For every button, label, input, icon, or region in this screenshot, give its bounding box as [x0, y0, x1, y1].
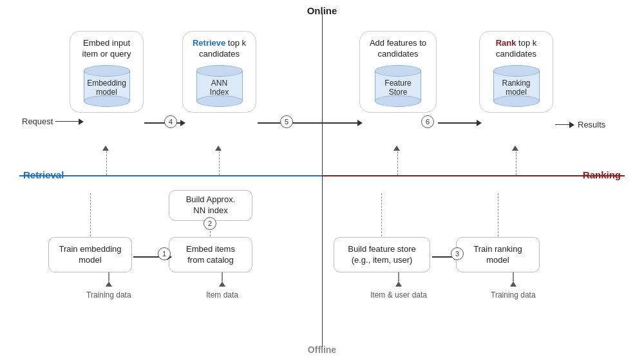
box-features-label: Add features tocandidates — [370, 38, 426, 60]
data-label-training-1: Training data — [86, 272, 131, 299]
dashed-build-feature — [381, 193, 383, 236]
box-train-embedding-label: Train embeddingmodel — [59, 244, 121, 266]
dashed-ranking-model — [516, 148, 517, 175]
box-build-feature-store-label: Build feature store(e.g., item, user) — [348, 244, 416, 266]
horizontal-axis — [19, 175, 625, 176]
keyword-rank: Rank — [496, 38, 516, 48]
label-training-data-2: Training data — [491, 290, 536, 299]
dashed-ann — [219, 148, 220, 175]
label-item-data: Item data — [206, 290, 238, 299]
box-retrieve-label: Retrieve top kcandidates — [193, 38, 246, 60]
box-embed-input-label: Embed inputitem or query — [82, 38, 131, 60]
keyword-retrieve: Retrieve — [193, 38, 225, 48]
box-rank: Rank top kcandidates Rankingmodel — [479, 31, 553, 113]
box-build-feature-store: Build feature store(e.g., item, user) — [334, 237, 430, 272]
step-4: 4 — [164, 115, 177, 128]
box-embed-input: Embed inputitem or query Embeddingmodel — [70, 31, 144, 113]
label-retrieval: Retrieval — [23, 169, 64, 180]
box-train-embedding: Train embeddingmodel — [48, 237, 132, 272]
label-item-user-data: Item & user data — [370, 290, 427, 299]
box-rank-label: Rank top kcandidates — [496, 38, 537, 60]
dashed-embed-input — [106, 148, 108, 175]
label-ranking: Ranking — [583, 169, 621, 180]
box-embed-catalog: Embed itemsfrom catalog — [169, 237, 252, 272]
cylinder-embedding: Embeddingmodel — [84, 65, 130, 107]
data-label-item-user: Item & user data — [370, 272, 427, 299]
box-build-ann-label: Build Approx.NN index — [186, 194, 236, 216]
box-features: Add features tocandidates FeatureStore — [359, 31, 437, 113]
data-label-item: Item data — [206, 272, 238, 299]
step-3: 3 — [451, 247, 464, 260]
step-1: 1 — [158, 247, 171, 260]
label-results: Results — [578, 120, 605, 129]
cylinder-ann: ANNIndex — [196, 65, 243, 107]
arrow-up-ann — [215, 146, 222, 151]
arrow-5 — [258, 120, 363, 126]
step-6: 6 — [421, 115, 434, 128]
diagram: Online Offline Retrieval Ranking Embed i… — [0, 0, 644, 360]
vertical-axis — [322, 13, 323, 347]
arrow-up-embed-input — [102, 146, 109, 151]
cylinder-ranking: Rankingmodel — [493, 65, 540, 107]
label-request: Request — [22, 117, 53, 126]
dashed-feature-store — [397, 148, 399, 175]
arrow-6 — [438, 120, 482, 126]
arrow-up-ranking-model — [512, 146, 518, 151]
label-training-data-1: Training data — [86, 290, 131, 299]
box-embed-catalog-label: Embed itemsfrom catalog — [186, 244, 235, 266]
box-retrieve: Retrieve top kcandidates ANNIndex — [182, 31, 256, 113]
step-5: 5 — [280, 115, 293, 128]
arrow-request: Request — [22, 117, 84, 126]
dashed-train-ranking — [498, 193, 499, 236]
box-train-ranking-label: Train rankingmodel — [473, 244, 522, 266]
step-2: 2 — [204, 217, 216, 230]
arrow-up-feature-store — [393, 146, 400, 151]
arrow-results: Results — [555, 120, 605, 129]
box-train-ranking: Train rankingmodel — [456, 237, 540, 272]
cylinder-feature-store: FeatureStore — [375, 65, 421, 107]
dashed-train-embed — [90, 193, 91, 236]
box-build-ann: Build Approx.NN index — [169, 190, 252, 221]
data-label-training-2: Training data — [491, 272, 536, 299]
